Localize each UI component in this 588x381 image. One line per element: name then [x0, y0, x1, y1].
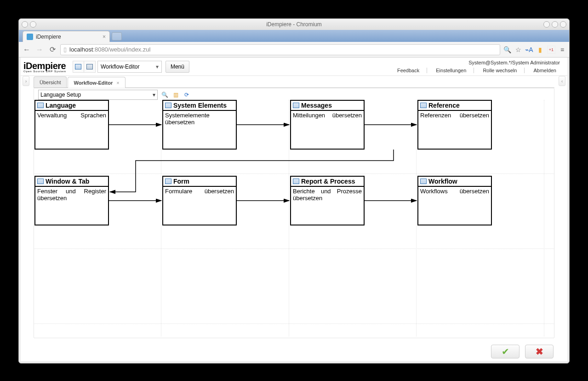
check-icon: ✔	[502, 346, 509, 357]
back-button[interactable]: ←	[22, 45, 32, 55]
bookmark-icon[interactable]: ☆	[514, 46, 522, 54]
user-context: System@System.*/System Administrator	[394, 59, 560, 67]
url-host: localhost	[69, 46, 93, 53]
app-toolbar: iDempiere Open Source ERP System Workflo…	[21, 58, 567, 76]
collapse-left-handle[interactable]: ›	[23, 76, 29, 86]
feedback-link[interactable]: Feedback	[397, 68, 427, 73]
window-close[interactable]	[560, 21, 566, 28]
window-icon	[165, 179, 171, 184]
tab-overview[interactable]: Übersicht	[34, 76, 67, 87]
window-button-1[interactable]	[22, 21, 28, 28]
workflow-selector[interactable]: Language Setup	[38, 90, 158, 100]
favicon-icon	[27, 34, 33, 40]
plusone-ext-icon[interactable]: +1	[547, 46, 555, 54]
switch-role-link[interactable]: Rolle wechseln	[483, 68, 525, 73]
app-logo: iDempiere Open Source ERP System	[23, 61, 66, 73]
cancel-button[interactable]: ✖	[525, 345, 554, 358]
browser-tab-label: iDempiere	[36, 34, 61, 40]
app-page: iDempiere Open Source ERP System Workflo…	[21, 58, 567, 361]
cross-icon: ✖	[536, 346, 543, 357]
tab-close-icon[interactable]: ×	[116, 80, 119, 86]
address-bar[interactable]: ▯ localhost:8080/webui/index.zul	[60, 44, 500, 55]
zoom-icon[interactable]: 🔍	[503, 46, 511, 54]
node-report-process[interactable]: Report & Process Berichte und Prozesse ü…	[290, 176, 365, 225]
menu-button[interactable]: Menü	[166, 61, 189, 73]
window-icon	[420, 103, 427, 108]
window-icon	[293, 179, 299, 184]
forward-button[interactable]: →	[34, 45, 45, 55]
window-minimize[interactable]	[543, 21, 550, 28]
window-icon	[293, 103, 299, 108]
window-titlebar: iDempiere - Chromium	[19, 19, 569, 30]
new-record-icon[interactable]	[73, 61, 84, 72]
node-reference[interactable]: Reference Referenzen übersetzen	[417, 100, 492, 150]
window-button-2[interactable]	[30, 21, 36, 28]
tab-workflow-editor[interactable]: Workflow-Editor ×	[68, 77, 125, 88]
window-maximize[interactable]	[552, 21, 558, 28]
node-language[interactable]: Language Verwaltung Sprachen	[34, 100, 109, 150]
node-window-tab[interactable]: Window & Tab Fenster und Register überse…	[34, 176, 109, 225]
browser-tabstrip: iDempiere ×	[19, 30, 569, 42]
browser-tab-close-icon[interactable]: ×	[103, 34, 106, 40]
refresh-icon[interactable]: ⟳	[183, 91, 191, 99]
node-workflow[interactable]: Workflow Workflows übersetzen	[417, 176, 492, 225]
window-icon	[37, 103, 44, 108]
node-form[interactable]: Form Formulare übersetzen	[162, 176, 237, 225]
workflow-canvas[interactable]: Language Verwaltung Sprachen System Elem…	[34, 100, 554, 336]
new-tab-button[interactable]	[112, 32, 122, 40]
browser-menu-icon[interactable]: ≡	[558, 46, 566, 54]
node-messages[interactable]: Messages Mitteilungen übersetzen	[290, 100, 365, 150]
browser-tab-active[interactable]: iDempiere ×	[23, 31, 110, 42]
app-tabbar: Übersicht Workflow-Editor ×	[34, 75, 554, 88]
zoom-node-icon[interactable]: 🔍	[160, 91, 169, 99]
window-selector[interactable]: Workflow-Editor	[97, 61, 162, 73]
window-title: iDempiere - Chromium	[19, 21, 569, 28]
window-icon	[37, 179, 44, 184]
node-system-elements[interactable]: System Elements Systemelemente übersetze…	[162, 100, 237, 150]
window-icon	[165, 103, 171, 108]
user-context-block: System@System.*/System Administrator Fee…	[394, 59, 565, 74]
page-icon: ▯	[63, 46, 67, 53]
footer-buttons: ✔ ✖	[491, 345, 554, 358]
logout-link[interactable]: Abmelden	[533, 68, 556, 73]
browser-toolbar: ← → ⟳ ▯ localhost:8080/webui/index.zul 🔍…	[19, 42, 569, 58]
os-window: iDempiere - Chromium iDempiere × ← → ⟳ ▯…	[18, 18, 570, 364]
settings-link[interactable]: Einstellungen	[436, 68, 474, 73]
collapse-right-handle[interactable]: ‹	[559, 76, 565, 86]
new-node-icon[interactable]: ▥	[171, 91, 180, 99]
open-record-icon[interactable]	[84, 61, 95, 72]
reload-button[interactable]: ⟳	[47, 45, 57, 55]
translate-ext-icon[interactable]: ⌁A	[525, 46, 533, 54]
device-ext-icon[interactable]: ▮	[536, 46, 544, 54]
window-icon	[420, 179, 427, 184]
appbar-icon-group	[73, 61, 96, 73]
url-path: :8080/webui/index.zul	[93, 46, 150, 53]
ok-button[interactable]: ✔	[491, 345, 519, 358]
